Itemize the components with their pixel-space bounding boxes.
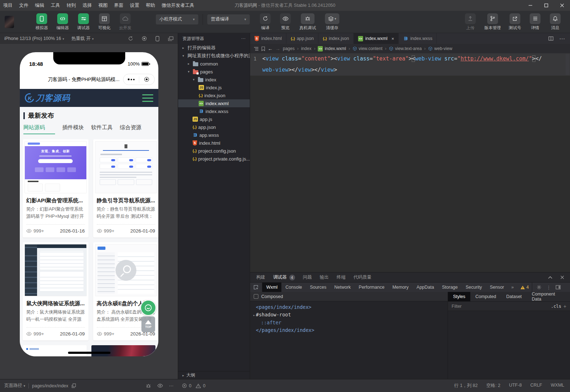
hot-reload-toggle[interactable]: 热重载 开▾: [71, 36, 94, 42]
tab-terminal[interactable]: 终端: [333, 272, 350, 282]
eol-sequence[interactable]: CRLF: [530, 383, 542, 389]
dom-node-after[interactable]: ::after: [250, 319, 448, 326]
resource-card[interactable]: [91, 345, 155, 356]
close-button[interactable]: [554, 0, 570, 11]
folder-index[interactable]: ▾ index: [178, 76, 250, 84]
tab-index-wxss[interactable]: index.wxss: [399, 33, 437, 44]
errors-icon[interactable]: [182, 383, 187, 388]
menu-file[interactable]: 文件: [16, 0, 32, 11]
devtools-tab-memory[interactable]: Memory: [388, 283, 412, 292]
devtools-tab-security[interactable]: Security: [462, 283, 486, 292]
tab-code-quality[interactable]: 代码质量: [350, 272, 376, 282]
devtools-menu-icon[interactable]: ⋮: [546, 285, 551, 290]
menu-settings[interactable]: 设置: [127, 0, 142, 11]
close-panel-icon[interactable]: [560, 275, 564, 279]
tab-plugin-module[interactable]: 插件模块: [62, 124, 84, 134]
back-to-top-button[interactable]: TOP: [141, 316, 155, 332]
mode-select[interactable]: 小程序模式▾: [156, 14, 198, 24]
cursor-position[interactable]: 行 1，列 82: [454, 383, 478, 389]
warnings-icon[interactable]: [196, 384, 201, 388]
tab-debugger[interactable]: 调试器 4: [269, 272, 299, 282]
device-select[interactable]: iPhone 12/13 (Pro) 100% 16▾: [4, 36, 64, 41]
dom-node-shadow-root[interactable]: ▸#shadow-root: [250, 311, 448, 319]
test-account-button[interactable]: 测试号: [506, 13, 524, 31]
tab-dataset[interactable]: Dataset: [501, 292, 527, 301]
devtools-tab-sources[interactable]: Sources: [306, 283, 330, 292]
resource-card[interactable]: 静鱼引导页导航系统源... 简介：静鱼引导页导航系统源码全开源 带后台 测试环境…: [93, 139, 158, 238]
details-button[interactable]: 详情: [526, 13, 544, 31]
close-tab-icon[interactable]: ×: [392, 36, 394, 41]
tab-component-data[interactable]: Component Data: [527, 292, 570, 301]
language-mode[interactable]: WXML: [551, 383, 565, 389]
menu-select[interactable]: 选择: [79, 0, 95, 11]
file-index-js[interactable]: JS index.js: [178, 84, 250, 91]
record-stop-icon[interactable]: [142, 36, 147, 41]
rotate-icon[interactable]: [128, 36, 133, 41]
code-editor[interactable]: 1 <view class="content"><view class="tex…: [250, 53, 570, 272]
dock-side-icon[interactable]: [556, 285, 561, 289]
menu-project[interactable]: 项目: [0, 0, 16, 11]
eye-icon[interactable]: [157, 384, 163, 388]
project-root[interactable]: ▾ 网址直接打包成微信小程序的源码: [178, 52, 250, 60]
folder-pages[interactable]: ▾ pages: [178, 68, 250, 76]
editor-scrollbar[interactable]: [566, 54, 569, 75]
devtools-settings-icon[interactable]: [537, 285, 542, 290]
dom-node-close[interactable]: </pages/index/index>: [250, 326, 448, 334]
compile-button[interactable]: 编译: [256, 13, 274, 31]
editor-toggle[interactable]: 编辑器: [54, 13, 72, 31]
crumb-pages[interactable]: pages: [283, 46, 295, 51]
devtools-tab-storage[interactable]: Storage: [438, 283, 462, 292]
back-icon[interactable]: ←: [268, 46, 273, 51]
multi-window-icon[interactable]: [168, 36, 173, 41]
crumb-view-content[interactable]: view.content: [353, 46, 383, 51]
preview-button[interactable]: 预览: [276, 13, 294, 31]
warnings-indicator[interactable]: 4: [517, 285, 532, 290]
collapse-panel-icon[interactable]: [548, 276, 552, 279]
file-index-wxss[interactable]: index.wxss: [178, 107, 250, 115]
tab-app-json[interactable]: {..} app.json: [286, 33, 318, 44]
composed-checkbox[interactable]: [254, 294, 258, 299]
tab-build[interactable]: 构建: [252, 272, 269, 282]
file-index-wxml[interactable]: <> index.wxml: [178, 99, 250, 107]
upload-button[interactable]: 上传: [461, 13, 479, 31]
minimize-button[interactable]: [522, 0, 538, 11]
devtools-tab-wxml[interactable]: Wxml: [262, 283, 281, 292]
indentation[interactable]: 空格: 2: [487, 383, 501, 389]
more-icon[interactable]: ⋯: [169, 383, 174, 388]
resource-card[interactable]: 鼠大侠网络验证系统源... 简介：鼠大侠网络验证系统源码一机一码授权验证 全开源…: [23, 242, 89, 341]
crumb-view-text-area[interactable]: view.text-area: [389, 46, 422, 51]
file-app-js[interactable]: JS app.js: [178, 115, 250, 123]
menu-help[interactable]: 帮助: [142, 0, 158, 11]
new-style-rule-icon[interactable]: +: [564, 303, 570, 309]
menu-view[interactable]: 视图: [95, 0, 111, 11]
devtools-tab-network[interactable]: Network: [330, 283, 355, 292]
cloud-dev-toggle[interactable]: 云开发: [116, 13, 134, 31]
file-app-json[interactable]: {..} app.json: [178, 123, 250, 131]
tab-problems[interactable]: 问题: [299, 272, 316, 282]
devtools-tab-console[interactable]: Console: [281, 283, 306, 292]
phone-screen[interactable]: 18:48 100% 刀客源码 - 免费PHP网站源码模...: [20, 52, 158, 356]
tab-index-json[interactable]: {..} index.json: [318, 33, 354, 44]
bug-icon[interactable]: [146, 383, 151, 388]
style-filter-input[interactable]: [448, 304, 547, 309]
menu-tools[interactable]: 工具: [48, 0, 63, 11]
tab-output[interactable]: 输出: [316, 272, 333, 282]
resource-card[interactable]: 发现、集成、创新 幻影API聚合管理系统... 简介：幻影API聚合管理系统源码…: [23, 139, 89, 238]
tab-website-source[interactable]: 网站源码: [23, 124, 55, 134]
simulator-toggle[interactable]: 模拟器: [33, 13, 51, 31]
inspect-element-icon[interactable]: [250, 283, 262, 292]
tab-computed[interactable]: Computed: [470, 292, 501, 301]
device-frame-icon[interactable]: [155, 36, 159, 41]
forward-icon[interactable]: →: [275, 46, 280, 51]
outline-list-icon[interactable]: [254, 47, 259, 51]
explorer-more-icon[interactable]: ⋯: [241, 36, 245, 41]
menu-edit[interactable]: 编辑: [32, 0, 48, 11]
menu-interface[interactable]: 界面: [111, 0, 127, 11]
encoding[interactable]: UTF-8: [509, 383, 521, 389]
open-editors-section[interactable]: ▸ 打开的编辑器: [178, 44, 250, 52]
devtools-tab-performance[interactable]: Performance: [355, 283, 389, 292]
menu-devtools[interactable]: 微信开发者工具: [158, 0, 198, 11]
split-editor-icon[interactable]: [548, 36, 553, 41]
version-control-button[interactable]: 版本管理: [481, 13, 504, 31]
crumb-web-view[interactable]: web-view: [428, 46, 452, 51]
